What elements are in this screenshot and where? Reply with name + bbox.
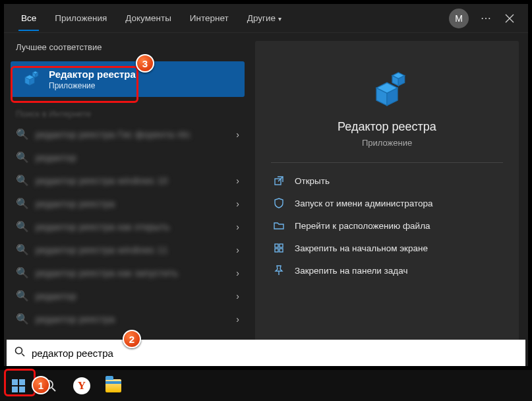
list-item[interactable]: 🔍редактор реестра windows 11›: [4, 238, 251, 261]
taskbar-yandex-browser[interactable]: Y: [66, 372, 98, 400]
chevron-right-icon: ›: [236, 199, 239, 209]
list-item[interactable]: 🔍редактор реестра›: [4, 307, 251, 330]
action-open[interactable]: Открыть: [267, 170, 507, 192]
list-item[interactable]: 🔍редактор реестра›: [4, 192, 251, 215]
annotation-callout-3: 3: [136, 54, 154, 73]
search-input-bar[interactable]: [7, 340, 525, 366]
svg-rect-19: [19, 379, 25, 385]
list-item[interactable]: 🔍редактор реестра windows 10›: [4, 169, 251, 192]
folder-icon: [274, 220, 285, 231]
taskbar: Y: [0, 370, 532, 401]
chevron-down-icon: ▾: [278, 15, 281, 22]
open-icon: [274, 175, 285, 186]
search-input[interactable]: [32, 348, 517, 359]
admin-icon: [274, 198, 285, 208]
user-avatar[interactable]: M: [449, 9, 469, 28]
tab-more[interactable]: Другие▾: [238, 5, 291, 31]
svg-rect-18: [12, 379, 18, 385]
start-button[interactable]: [3, 372, 34, 400]
divider: [271, 162, 503, 163]
result-preview-pane: Редактор реестра Приложение Открыть Запу…: [255, 41, 519, 357]
pin-taskbar-icon: [274, 265, 285, 276]
tab-documents[interactable]: Документы: [116, 5, 181, 31]
preview-title: Редактор реестра: [267, 120, 507, 134]
svg-rect-20: [12, 386, 18, 392]
best-match-subtitle: Приложение: [49, 81, 136, 90]
action-pin-to-start[interactable]: Закрепить на начальном экране: [267, 237, 507, 259]
chevron-right-icon: ›: [236, 268, 239, 278]
action-run-as-admin[interactable]: Запуск от имени администратора: [267, 192, 507, 214]
file-explorer-icon: [105, 379, 121, 392]
search-icon: [15, 346, 25, 359]
action-pin-to-taskbar[interactable]: Закрепить на панели задач: [267, 259, 507, 282]
preview-subtitle: Приложение: [267, 138, 507, 148]
svg-rect-15: [275, 249, 278, 252]
tab-apps[interactable]: Приложения: [45, 5, 116, 31]
close-button[interactable]: [499, 8, 520, 29]
list-item[interactable]: 🔍редактор реестра как открыть›: [4, 215, 251, 238]
regedit-icon-large: [366, 69, 408, 111]
web-search-header: Поиск в Интернете: [4, 104, 251, 123]
chevron-right-icon: ›: [236, 175, 239, 186]
search-results-panel: Все Приложения Документы Интернет Другие…: [4, 4, 528, 366]
list-item[interactable]: 🔍редактор›: [4, 284, 251, 307]
svg-rect-16: [280, 249, 283, 252]
svg-rect-13: [275, 244, 278, 247]
best-match-header: Лучшее соответствие: [4, 40, 251, 59]
chevron-right-icon: ›: [236, 222, 239, 232]
list-item[interactable]: 🔍редактор реестра Гис форента гёс›: [4, 123, 251, 146]
regedit-icon: [18, 68, 41, 90]
list-item[interactable]: 🔍редактор: [4, 146, 251, 169]
search-scope-tabs: Все Приложения Документы Интернет Другие…: [4, 4, 528, 33]
pin-start-icon: [274, 243, 285, 253]
list-item[interactable]: 🔍редактор реестра как запустить›: [4, 261, 251, 284]
best-match-title: Редактор реестра: [49, 69, 136, 80]
svg-point-17: [16, 348, 22, 354]
chevron-right-icon: ›: [236, 314, 239, 324]
action-open-file-location[interactable]: Перейти к расположению файла: [267, 214, 507, 237]
best-match-result[interactable]: Редактор реестра Приложение: [11, 61, 245, 97]
annotation-callout-2: 2: [123, 330, 141, 348]
more-options-button[interactable]: ⋯: [475, 8, 496, 29]
yandex-icon: Y: [73, 377, 90, 394]
annotation-callout-1: 1: [32, 376, 50, 394]
tab-all[interactable]: Все: [12, 5, 45, 31]
chevron-right-icon: ›: [236, 291, 239, 301]
taskbar-file-explorer[interactable]: [98, 372, 129, 400]
chevron-right-icon: ›: [236, 129, 239, 140]
results-list: Лучшее соответствие: [4, 33, 251, 366]
chevron-right-icon: ›: [236, 245, 239, 255]
tab-web[interactable]: Интернет: [181, 5, 238, 31]
svg-rect-14: [280, 244, 283, 247]
svg-rect-21: [19, 386, 25, 392]
